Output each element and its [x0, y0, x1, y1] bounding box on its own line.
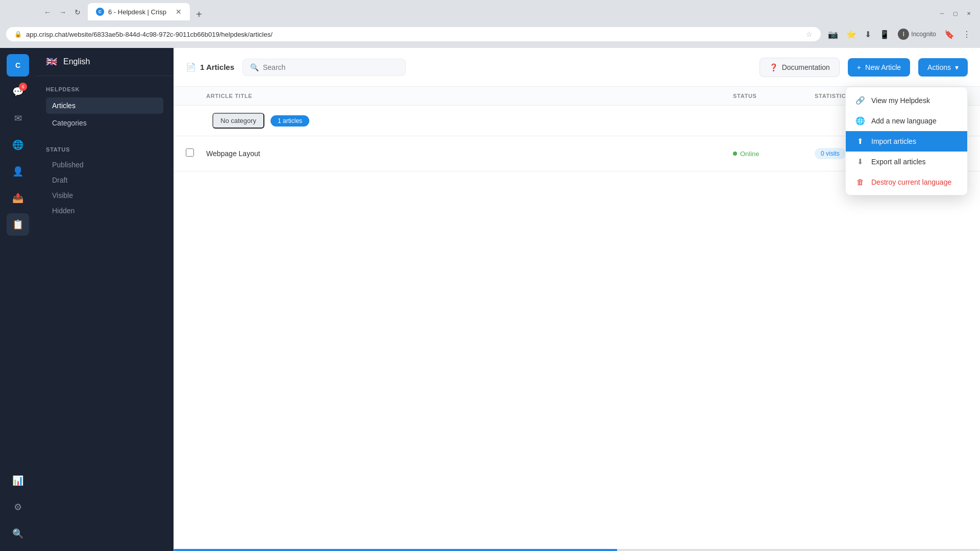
export-icon: ⬇	[855, 157, 865, 166]
article-title[interactable]: Webpage Layout	[206, 149, 733, 158]
icon-nav-web[interactable]: 🌐	[7, 134, 29, 156]
main-content: 📄 1 Articles 🔍 ❓ Documentation + New Art…	[174, 48, 980, 551]
back-button[interactable]: ←	[41, 6, 54, 18]
new-article-button[interactable]: + New Article	[848, 58, 910, 77]
icon-nav-analytics[interactable]: 📊	[7, 469, 29, 492]
articles-count: 📄 1 Articles	[186, 62, 234, 72]
new-article-label: New Article	[865, 63, 901, 71]
globe-add-icon: 🌐	[855, 116, 865, 126]
sidebar-status-title: STATUS	[46, 146, 163, 153]
reload-button[interactable]: ↻	[71, 6, 84, 18]
address-star-icon: ☆	[806, 30, 813, 38]
sidebar-status-hidden[interactable]: Hidden	[46, 204, 163, 218]
documentation-button[interactable]: ❓ Documentation	[760, 58, 840, 77]
icon-nav-messages[interactable]: ✉	[7, 107, 29, 130]
visits-badge: 0 visits	[815, 148, 846, 159]
dropdown-item-import-articles-label: Import articles	[871, 137, 916, 145]
profile-icon[interactable]: I Incognito	[895, 27, 939, 42]
dropdown-item-add-language-label: Add a new language	[871, 117, 937, 125]
analytics-icon: 📊	[12, 475, 23, 486]
status-online-label: Online	[740, 150, 760, 158]
dropdown-item-export-articles[interactable]: ⬇ Export all articles	[846, 152, 967, 172]
maximize-button[interactable]: ▢	[950, 9, 961, 18]
sidebar-item-articles[interactable]: Articles	[46, 97, 163, 114]
icon-nav-contacts[interactable]: 👤	[7, 160, 29, 183]
dropdown-item-view-helpdesk[interactable]: 🔗 View my Helpdesk	[846, 90, 967, 111]
articles-count-label: 1 Articles	[200, 63, 234, 71]
sidebar-status-draft[interactable]: Draft	[46, 173, 163, 187]
sidebar-section-title: HELPDESK	[46, 86, 163, 92]
icon-nav-search[interactable]: 🔍	[7, 522, 29, 545]
sidebar-item-categories[interactable]: Categories	[46, 115, 163, 131]
search-input[interactable]	[263, 63, 398, 71]
window-close-button[interactable]: ✕	[964, 9, 974, 18]
extensions-icon[interactable]: ⋮	[960, 27, 974, 42]
browser-toolbar-icons: 📷 ⭐ ⬇ 📱 I Incognito 🔖 ⋮	[825, 27, 974, 42]
status-online-dot	[733, 152, 737, 156]
sidebar: 🇬🇧 English HELPDESK Articles Categories …	[36, 48, 174, 551]
devices-icon[interactable]: 📱	[876, 27, 893, 42]
doc-icon: ❓	[769, 63, 778, 71]
messages-icon: ✉	[14, 113, 22, 124]
download-icon[interactable]: ⬇	[862, 27, 874, 42]
external-link-icon: 🔗	[855, 96, 865, 105]
sidebar-status-section: STATUS Published Draft Visible Hidden	[36, 136, 174, 223]
campaigns-icon: 📤	[12, 192, 23, 204]
articles-count-icon: 📄	[186, 62, 196, 72]
tab-favicon: C	[96, 8, 104, 16]
progress-bar	[174, 549, 980, 551]
all-bookmarks-icon[interactable]: 🔖	[941, 27, 958, 42]
icon-nav-chat[interactable]: 💬 6	[7, 81, 29, 103]
flag-icon: 🇬🇧	[46, 58, 58, 66]
main-header: 📄 1 Articles 🔍 ❓ Documentation + New Art…	[174, 48, 980, 87]
doc-label: Documentation	[782, 63, 830, 71]
articles-nav-label: Articles	[52, 102, 76, 110]
no-category-label: No category	[220, 117, 256, 124]
minimize-button[interactable]: ─	[937, 9, 947, 18]
articles-count-badge: 1 articles	[271, 115, 309, 127]
browser-tab-active[interactable]: C 6 - Helpdesk | Crisp ✕	[88, 3, 190, 20]
article-status: Online	[733, 150, 815, 158]
search-box[interactable]: 🔍	[242, 59, 406, 76]
search-nav-icon: 🔍	[12, 528, 23, 539]
categories-nav-label: Categories	[52, 119, 87, 127]
dropdown-item-view-helpdesk-label: View my Helpdesk	[871, 96, 930, 105]
icon-nav-logo[interactable]: C	[7, 54, 29, 77]
sidebar-helpdesk-section: HELPDESK Articles Categories	[36, 76, 174, 136]
forward-button[interactable]: →	[56, 6, 69, 18]
dropdown-item-destroy-language[interactable]: 🗑 Destroy current language	[846, 172, 967, 192]
icon-nav: C 💬 6 ✉ 🌐 👤 📤 📋 📊 ⚙ 🔍	[0, 48, 36, 551]
no-category-badge[interactable]: No category	[212, 113, 264, 129]
dropdown-item-import-articles[interactable]: ⬆ Import articles	[846, 131, 967, 152]
camera-icon[interactable]: 📷	[825, 27, 841, 42]
browser-toolbar: 🔒 app.crisp.chat/website/6833ae5b-844d-4…	[0, 20, 980, 48]
new-tab-button[interactable]: +	[190, 9, 208, 20]
search-icon: 🔍	[250, 63, 259, 71]
actions-label: Actions	[927, 63, 951, 71]
dropdown-item-add-language[interactable]: 🌐 Add a new language	[846, 111, 967, 131]
icon-nav-campaigns[interactable]: 📤	[7, 187, 29, 209]
lock-icon: 🔒	[14, 31, 22, 38]
sidebar-language[interactable]: 🇬🇧 English	[36, 48, 174, 76]
address-bar[interactable]: 🔒 app.crisp.chat/website/6833ae5b-844d-4…	[6, 27, 821, 41]
icon-nav-settings[interactable]: ⚙	[7, 496, 29, 518]
actions-button[interactable]: Actions ▾	[918, 58, 968, 77]
sidebar-status-published[interactable]: Published	[46, 158, 163, 172]
contacts-icon: 👤	[12, 166, 23, 177]
dropdown-item-destroy-label: Destroy current language	[871, 178, 951, 186]
tab-title: 6 - Helpdesk | Crisp	[108, 8, 166, 16]
app: C 💬 6 ✉ 🌐 👤 📤 📋 📊 ⚙ 🔍	[0, 48, 980, 551]
article-checkbox-col	[186, 148, 206, 159]
address-text: app.crisp.chat/website/6833ae5b-844d-4c9…	[26, 31, 802, 38]
bookmark-star-icon[interactable]: ⭐	[843, 27, 860, 42]
chevron-down-icon: ▾	[955, 63, 959, 71]
tab-close-button[interactable]: ✕	[176, 8, 182, 16]
sidebar-status-visible[interactable]: Visible	[46, 188, 163, 203]
article-checkbox[interactable]	[186, 148, 194, 157]
sidebar-language-label: English	[63, 57, 90, 66]
globe-icon: 🌐	[12, 139, 23, 151]
dropdown-item-export-articles-label: Export all articles	[871, 158, 926, 166]
col-title-header: ARTICLE TITLE	[206, 93, 733, 99]
import-icon: ⬆	[855, 137, 865, 146]
icon-nav-helpdesk[interactable]: 📋	[7, 213, 29, 236]
